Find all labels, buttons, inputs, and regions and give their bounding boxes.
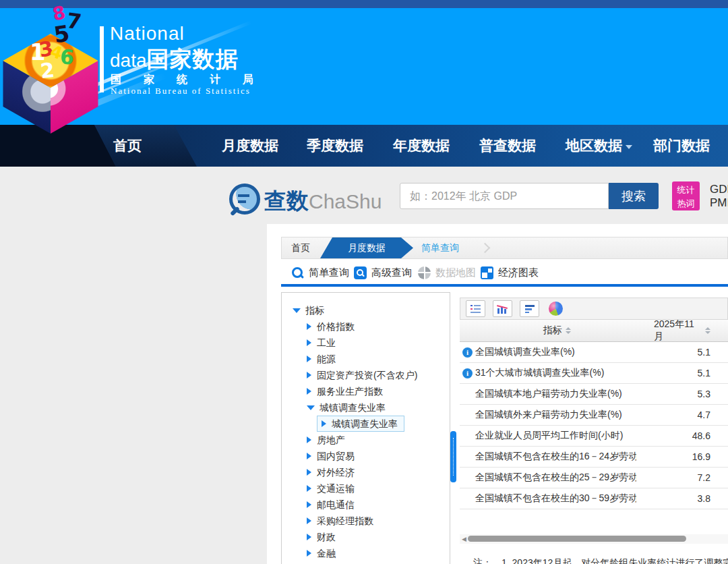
content-panel: 首页 月度数据 简单查询 简单查询 高级查询 数据地图 经济图表 指标 价格指数… <box>267 224 728 564</box>
tree-item-fiscal[interactable]: 财政 <box>282 529 450 545</box>
magnifier-square-icon <box>354 266 367 279</box>
collapse-arrow-icon[interactable] <box>293 308 301 313</box>
nav-item-annual[interactable]: 年度数据 <box>393 125 450 167</box>
tree-item-urban-unemployment[interactable]: 城镇调查失业率 <box>282 399 450 416</box>
horizontal-bar-chart-button[interactable] <box>520 300 539 317</box>
panel-splitter-thumb[interactable] <box>450 431 456 482</box>
view-toolbar <box>460 298 728 320</box>
nav-item-census[interactable]: 普查数据 <box>479 125 536 167</box>
row-label: 全国城镇本地户籍劳动力失业率(%) <box>475 388 622 400</box>
expand-arrow-icon[interactable] <box>307 436 311 443</box>
tree-label: 房地产 <box>317 432 345 448</box>
expand-arrow-icon[interactable] <box>322 420 326 427</box>
tree-item-real-estate[interactable]: 房地产 <box>282 432 450 448</box>
expand-arrow-icon[interactable] <box>307 339 311 346</box>
row-value: 5.1 <box>636 368 728 378</box>
tree-label: 城镇调查失业率 <box>320 399 386 416</box>
table-footnote: 注： 1. 2023年12月起，对分年龄组失业率统计进行了调整完善，发布 <box>473 557 728 564</box>
hot-links: GDP PMI <box>710 183 728 210</box>
list-view-button[interactable] <box>466 300 485 317</box>
tree-label: 对外经济 <box>317 464 355 480</box>
tree-item-domestic-trade[interactable]: 国内贸易 <box>282 448 450 464</box>
tree-item-price-index[interactable]: 价格指数 <box>282 318 450 335</box>
tree-item-urban-unemployment-child[interactable]: 城镇调查失业率 <box>282 416 450 432</box>
tree-item-pmi[interactable]: 采购经理指数 <box>282 513 450 529</box>
expand-arrow-icon[interactable] <box>307 469 311 476</box>
tree-item-indicators[interactable]: 指标 <box>282 302 450 318</box>
chashu-cjk-label: 查数 <box>264 188 309 213</box>
tree-label: 固定资产投资(不含农户) <box>317 367 417 383</box>
search-input[interactable] <box>400 183 609 209</box>
hot-badge-line1: 统计 <box>672 184 700 197</box>
tab-label: 数据地图 <box>435 266 476 279</box>
tree-item-post-telecom[interactable]: 邮电通信 <box>282 497 450 513</box>
pie-chart-button[interactable] <box>547 301 565 316</box>
breadcrumb-monthly-banner[interactable]: 月度数据 <box>320 237 413 258</box>
tab-simple-query[interactable]: 简单查询 <box>291 262 349 284</box>
selected-tree-node[interactable]: 城镇调查失业率 <box>317 416 404 432</box>
tree-item-foreign-economy[interactable]: 对外经济 <box>282 464 450 480</box>
column-header-period[interactable]: 2025年11月 <box>654 318 728 343</box>
tree-label: 价格指数 <box>317 318 355 335</box>
breadcrumb: 首页 月度数据 简单查询 <box>281 237 728 259</box>
hot-link-pmi[interactable]: PMI <box>710 196 728 210</box>
tree-label: 指标 <box>305 302 324 318</box>
sort-icon[interactable] <box>566 327 571 334</box>
table-row[interactable]: i31个大城市城镇调查失业率(%) 5.1 <box>460 363 728 384</box>
table-row[interactable]: 全国城镇不包含在校生的16－24岁劳动力失业率(%) 16.9 <box>460 447 728 468</box>
table-row[interactable]: 全国城镇外来户籍劳动力失业率(%) 4.7 <box>460 405 728 426</box>
hot-badge-line2: 热词 <box>672 197 700 210</box>
column-header-indicator[interactable]: 指标 <box>460 325 654 337</box>
expand-arrow-icon[interactable] <box>307 356 311 362</box>
expand-arrow-icon[interactable] <box>307 485 311 492</box>
expand-arrow-icon[interactable] <box>307 517 311 524</box>
row-value: 5.1 <box>636 347 728 358</box>
nav-item-quarterly[interactable]: 季度数据 <box>307 125 363 167</box>
tab-economic-charts[interactable]: 经济图表 <box>481 262 539 284</box>
breadcrumb-home[interactable]: 首页 <box>291 237 310 258</box>
horizontal-scrollbar[interactable]: ◀ <box>460 534 728 544</box>
tree-item-finance[interactable]: 金融 <box>282 545 450 561</box>
expand-arrow-icon[interactable] <box>307 550 311 557</box>
info-icon[interactable]: i <box>462 368 473 378</box>
tree-item-fixed-asset-investment[interactable]: 固定资产投资(不含农户) <box>282 367 450 383</box>
hot-link-gdp[interactable]: GDP <box>710 183 728 196</box>
row-value: 5.3 <box>636 389 728 399</box>
tree-label: 工业 <box>317 335 336 351</box>
expand-arrow-icon[interactable] <box>307 453 311 459</box>
expand-arrow-icon[interactable] <box>307 534 311 540</box>
expand-arrow-icon[interactable] <box>307 388 311 395</box>
brand-latin: data <box>110 50 147 71</box>
tree-label: 采购经理指数 <box>317 513 373 529</box>
expand-arrow-icon[interactable] <box>307 501 311 508</box>
table-row[interactable]: i全国城镇调查失业率(%) 5.1 <box>460 342 728 363</box>
stat-hotwords-badge[interactable]: 统计 热词 <box>672 181 700 210</box>
search-button[interactable]: 搜索 <box>609 183 659 209</box>
table-row[interactable]: 全国城镇不包含在校生的30－59岁劳动力失业率(%) 3.8 <box>460 488 728 509</box>
scroll-left-arrow-icon[interactable]: ◀ <box>462 536 466 542</box>
nav-item-monthly[interactable]: 月度数据 <box>222 125 278 167</box>
sort-icon[interactable] <box>705 327 710 334</box>
breadcrumb-current[interactable]: 简单查询 <box>421 237 459 258</box>
chevron-down-icon <box>626 145 632 149</box>
tree-item-energy[interactable]: 能源 <box>282 351 450 367</box>
collapse-arrow-icon[interactable] <box>307 405 315 410</box>
nav-item-departmental[interactable]: 部门数据 <box>653 125 710 167</box>
table-row[interactable]: 企业就业人员周平均工作时间(小时) 48.6 <box>460 426 728 447</box>
nav-item-regional[interactable]: 地区数据 <box>566 125 632 167</box>
tree-item-industry[interactable]: 工业 <box>282 335 450 351</box>
nav-item-home[interactable]: 首页 <box>113 125 142 167</box>
info-icon[interactable]: i <box>462 347 473 358</box>
tree-item-transportation[interactable]: 交通运输 <box>282 480 450 497</box>
indicator-tree: 指标 价格指数 工业 能源 固定资产投资(不含农户) 服务业生产指数 城镇调查失… <box>281 292 450 564</box>
scrollbar-thumb[interactable] <box>468 536 686 542</box>
expand-arrow-icon[interactable] <box>307 323 311 330</box>
table-row[interactable]: 全国城镇本地户籍劳动力失业率(%) 5.3 <box>460 384 728 405</box>
table-row[interactable]: 全国城镇不包含在校生的25－29岁劳动力失业率(%) 7.2 <box>460 468 728 488</box>
expand-arrow-icon[interactable] <box>307 372 311 378</box>
bar-line-chart-button[interactable] <box>493 300 512 317</box>
logo-number: 2 <box>39 60 55 82</box>
top-strip <box>0 0 728 8</box>
tree-item-service-production-index[interactable]: 服务业生产指数 <box>282 383 450 399</box>
tab-advanced-query[interactable]: 高级查询 <box>354 262 412 284</box>
